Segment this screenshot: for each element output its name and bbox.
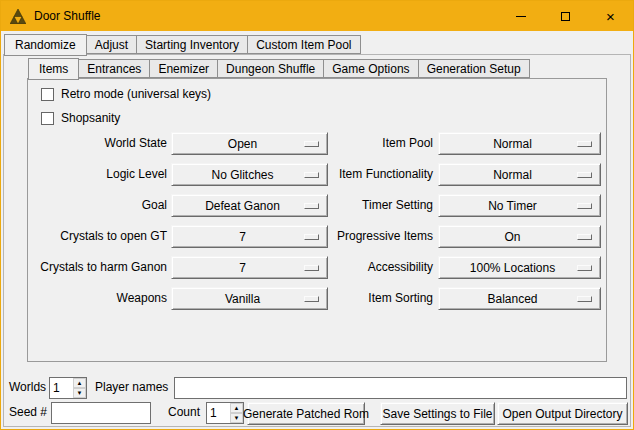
progressive-items-label: Progressive Items: [296, 225, 433, 248]
app-window: Door Shuffle × Randomize Adjust Starting…: [0, 0, 634, 430]
dropdown-indicator-icon: [577, 203, 592, 209]
shopsanity-label: Shopsanity: [61, 111, 120, 125]
count-spinner: ▲ ▼: [206, 402, 244, 424]
retro-mode-checkbox-row: Retro mode (universal keys): [41, 87, 211, 101]
worlds-input[interactable]: [50, 378, 73, 398]
spin-down-icon: ▼: [77, 390, 83, 396]
item-functionality-dropdown[interactable]: Normal: [438, 163, 601, 186]
spin-down-icon: ▼: [234, 415, 240, 421]
tab-generation-setup[interactable]: Generation Setup: [418, 59, 530, 78]
item-sorting-dropdown[interactable]: Balanced: [438, 287, 601, 310]
timer-setting-label: Timer Setting: [296, 194, 433, 217]
accessibility-label: Accessibility: [296, 256, 433, 279]
minimize-icon: [516, 16, 526, 17]
worlds-spinner: ▲ ▼: [49, 377, 87, 399]
retro-mode-checkbox[interactable]: [41, 88, 54, 101]
spin-up-icon: ▲: [77, 380, 83, 386]
dropdown-indicator-icon: [577, 172, 592, 178]
maximize-button[interactable]: [543, 1, 588, 31]
titlebar[interactable]: Door Shuffle ×: [1, 1, 633, 31]
item-pool-value: Normal: [439, 137, 600, 151]
timer-setting-value: No Timer: [439, 199, 600, 213]
seed-label: Seed #: [9, 401, 47, 424]
save-settings-button[interactable]: Save Settings to File: [380, 402, 495, 425]
inner-tab-bar: Items Entrances Enemizer Dungeon Shuffle…: [28, 56, 530, 79]
retro-mode-label: Retro mode (universal keys): [61, 87, 211, 101]
item-pool-dropdown[interactable]: Normal: [438, 132, 601, 155]
generate-patched-rom-button[interactable]: Generate Patched Rom: [247, 402, 365, 425]
spin-up-button[interactable]: ▲: [73, 378, 86, 388]
open-output-directory-button[interactable]: Open Output Directory: [497, 402, 628, 425]
shopsanity-checkbox[interactable]: [41, 112, 54, 125]
tab-items[interactable]: Items: [28, 58, 79, 80]
tab-game-options[interactable]: Game Options: [323, 59, 418, 78]
world-state-label: World State: [21, 132, 167, 155]
minimize-button[interactable]: [498, 1, 543, 31]
logic-level-label: Logic Level: [21, 163, 167, 186]
item-sorting-label: Item Sorting: [296, 287, 433, 310]
outer-tab-bar: Randomize Adjust Starting Inventory Cust…: [4, 33, 361, 55]
player-names-label: Player names: [95, 376, 168, 399]
count-spinner-arrows: ▲ ▼: [230, 403, 243, 423]
spin-down-button[interactable]: ▼: [230, 413, 243, 423]
tab-enemizer[interactable]: Enemizer: [149, 59, 218, 78]
item-pool-label: Item Pool: [296, 132, 433, 155]
tab-entrances[interactable]: Entrances: [78, 59, 150, 78]
worlds-label: Worlds: [9, 376, 46, 399]
spin-up-button[interactable]: ▲: [230, 403, 243, 413]
spin-down-button[interactable]: ▼: [73, 388, 86, 398]
accessibility-value: 100% Locations: [439, 261, 600, 275]
close-button[interactable]: ×: [588, 1, 633, 31]
progressive-items-value: On: [439, 230, 600, 244]
dropdown-indicator-icon: [577, 141, 592, 147]
crystals-gt-label: Crystals to open GT: [21, 225, 167, 248]
goal-label: Goal: [21, 194, 167, 217]
count-input[interactable]: [207, 403, 230, 423]
weapons-label: Weapons: [21, 287, 167, 310]
window-title: Door Shuffle: [34, 9, 101, 23]
player-names-input[interactable]: [174, 377, 627, 399]
maximize-icon: [561, 12, 570, 21]
dropdown-indicator-icon: [577, 265, 592, 271]
dropdown-indicator-icon: [577, 234, 592, 240]
dropdown-indicator-icon: [577, 296, 592, 302]
tab-dungeon-shuffle[interactable]: Dungeon Shuffle: [217, 59, 324, 78]
spin-up-icon: ▲: [234, 405, 240, 411]
tab-randomize[interactable]: Randomize: [4, 34, 87, 56]
timer-setting-dropdown[interactable]: No Timer: [438, 194, 601, 217]
worlds-spinner-arrows: ▲ ▼: [73, 378, 86, 398]
shopsanity-checkbox-row: Shopsanity: [41, 111, 120, 125]
progressive-items-dropdown[interactable]: On: [438, 225, 601, 248]
caption-buttons: ×: [498, 1, 633, 31]
crystals-ganon-label: Crystals to harm Ganon: [21, 256, 167, 279]
close-icon: ×: [606, 9, 615, 24]
app-icon: [10, 8, 26, 24]
tab-starting-inventory[interactable]: Starting Inventory: [136, 35, 248, 54]
count-label: Count: [168, 401, 200, 424]
tab-custom-item-pool[interactable]: Custom Item Pool: [247, 35, 360, 54]
seed-input[interactable]: [51, 402, 151, 424]
tab-adjust[interactable]: Adjust: [86, 35, 137, 54]
item-functionality-label: Item Functionality: [296, 163, 433, 186]
client-area: Randomize Adjust Starting Inventory Cust…: [1, 31, 633, 429]
item-functionality-value: Normal: [439, 168, 600, 182]
item-sorting-value: Balanced: [439, 292, 600, 306]
accessibility-dropdown[interactable]: 100% Locations: [438, 256, 601, 279]
